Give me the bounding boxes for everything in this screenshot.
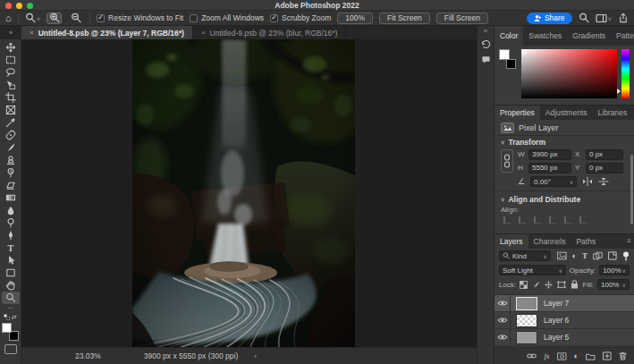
tab-gradients[interactable]: Gradients — [567, 26, 611, 46]
tab-color[interactable]: Color — [495, 26, 523, 46]
layer-row-layer7[interactable]: Layer 7 — [495, 295, 634, 312]
height-field[interactable]: 5550 px — [528, 163, 571, 174]
add-layer-mask-icon[interactable] — [557, 352, 567, 360]
screen-mode-button[interactable] — [4, 344, 17, 354]
hue-slider[interactable] — [621, 49, 630, 98]
lasso-tool[interactable] — [2, 66, 20, 79]
filter-smart-objects-icon[interactable] — [608, 251, 617, 260]
visibility-toggle[interactable] — [495, 329, 511, 345]
blur-tool[interactable] — [2, 204, 20, 216]
workspace-switcher[interactable]: ∨ — [596, 13, 612, 23]
link-layers-icon[interactable] — [527, 352, 537, 360]
brush-tool[interactable] — [2, 141, 20, 154]
layer-name[interactable]: Layer 5 — [544, 333, 569, 342]
filter-adjustment-layers-icon[interactable]: ◐ — [572, 252, 577, 260]
close-tab-icon[interactable]: × — [30, 29, 34, 37]
visibility-toggle[interactable] — [495, 295, 511, 311]
zoom-100-button[interactable]: 100% — [337, 13, 373, 24]
fill-screen-button[interactable]: Fill Screen — [436, 13, 488, 24]
panel-menu-icon[interactable]: ≡ — [627, 238, 631, 245]
scrollbar[interactable] — [630, 155, 633, 224]
history-brush-tool[interactable] — [2, 166, 20, 179]
status-options-chevron[interactable]: › — [254, 352, 257, 360]
y-field[interactable]: 0 px — [586, 163, 623, 174]
align-section-title[interactable]: ∨ Align and Distribute — [495, 193, 634, 205]
align-buttons-row[interactable] — [495, 215, 634, 225]
flip-horizontal-icon[interactable] — [582, 177, 593, 186]
layer-row-layer5[interactable]: Layer 5 — [495, 329, 634, 346]
status-zoom-level[interactable]: 23.03% — [75, 351, 101, 360]
hue-slider-marker[interactable] — [617, 89, 621, 94]
zoom-all-windows-checkbox[interactable]: ✓ Zoom All Windows — [190, 13, 264, 22]
object-selection-tool[interactable] — [2, 79, 20, 91]
new-group-icon[interactable] — [586, 352, 596, 360]
new-layer-icon[interactable] — [603, 351, 612, 360]
filter-pixel-layers-icon[interactable] — [557, 251, 567, 260]
panel-fg-bg-swatches[interactable] — [499, 49, 517, 67]
fill-dropdown[interactable]: 100% ∨ — [597, 279, 630, 290]
x-field[interactable]: 0 px — [586, 149, 623, 160]
layer-style-icon[interactable]: fx — [544, 351, 549, 360]
layer-name[interactable]: Layer 7 — [544, 299, 569, 308]
background-color-swatch[interactable] — [506, 59, 516, 69]
zoom-tool-indicator[interactable]: ∨ — [25, 13, 40, 23]
clone-stamp-tool[interactable] — [2, 154, 20, 166]
canvas-area[interactable] — [21, 39, 477, 347]
document-tab-1[interactable]: × Untitled-8.psb @ 23% (Layer 7, RGB/16*… — [21, 26, 193, 39]
saturation-brightness-field[interactable] — [521, 49, 617, 98]
fit-screen-button[interactable]: Fit Screen — [379, 13, 430, 24]
tab-patterns[interactable]: Patterns — [611, 26, 634, 46]
layer-thumbnail[interactable] — [516, 297, 537, 310]
type-tool[interactable]: T — [2, 241, 20, 254]
search-icon[interactable] — [579, 13, 589, 23]
foreground-background-swatches[interactable] — [2, 323, 19, 341]
hand-tool[interactable] — [2, 279, 20, 292]
delete-layer-icon[interactable] — [619, 351, 627, 360]
tab-layers[interactable]: Layers — [495, 234, 528, 249]
close-tab-icon[interactable]: × — [201, 29, 206, 37]
lock-artboard-icon[interactable] — [557, 281, 566, 289]
zoom-out-button[interactable] — [68, 13, 83, 24]
tab-swatches[interactable]: Swatches — [523, 26, 567, 46]
rotation-field[interactable]: 0.00° ∨ — [530, 176, 577, 187]
filter-kind-dropdown[interactable]: Kind ∨ — [499, 250, 551, 261]
filter-shape-layers-icon[interactable] — [593, 251, 603, 260]
lock-position-icon[interactable] — [545, 281, 553, 289]
foreground-color-swatch[interactable] — [499, 49, 510, 60]
expand-dock-chevron[interactable]: « — [484, 26, 487, 37]
zoom-tool[interactable] — [2, 292, 20, 304]
layer-thumbnail[interactable] — [516, 331, 537, 344]
layer-name[interactable]: Layer 6 — [544, 316, 569, 325]
rectangular-marquee-tool[interactable] — [2, 54, 20, 66]
spot-healing-brush-tool[interactable] — [2, 129, 20, 141]
lock-transparency-icon[interactable] — [520, 281, 528, 289]
gradient-tool[interactable] — [2, 191, 20, 204]
scrubby-zoom-checkbox[interactable]: ✓ Scrubby Zoom — [270, 13, 331, 22]
rectangle-tool[interactable] — [2, 267, 20, 279]
new-adjustment-layer-icon[interactable]: ◐ — [574, 352, 579, 360]
share-button[interactable]: Share — [527, 13, 572, 24]
pen-tool[interactable] — [2, 229, 20, 241]
swap-colors-icon[interactable]: ⇄ — [12, 314, 17, 321]
opacity-dropdown[interactable]: 100% ∨ — [599, 265, 630, 275]
visibility-toggle[interactable] — [495, 312, 511, 328]
history-panel-icon[interactable] — [481, 37, 491, 52]
path-selection-tool[interactable] — [2, 254, 20, 267]
document-image-waterfall[interactable] — [132, 39, 355, 347]
crop-tool[interactable] — [2, 91, 20, 104]
toolbar-collapse-chevron[interactable]: » — [0, 26, 21, 39]
tab-properties[interactable]: Properties — [495, 106, 540, 120]
color-reset-controls[interactable]: ⇄ — [4, 313, 17, 321]
color-picker-cursor[interactable] — [522, 50, 527, 55]
export-icon[interactable] — [618, 13, 629, 23]
move-tool[interactable] — [2, 41, 20, 54]
tab-paths[interactable]: Paths — [571, 234, 601, 249]
blend-mode-dropdown[interactable]: Soft Light ∨ — [499, 265, 566, 275]
dodge-tool[interactable] — [2, 216, 20, 229]
lock-pixels-icon[interactable] — [532, 281, 540, 289]
foreground-color-swatch[interactable] — [2, 323, 12, 333]
edit-toolbar-icon[interactable]: … — [7, 304, 13, 311]
layer-thumbnail[interactable] — [516, 314, 537, 327]
flip-vertical-icon[interactable] — [598, 177, 609, 186]
link-dimensions-icon[interactable] — [501, 149, 513, 173]
